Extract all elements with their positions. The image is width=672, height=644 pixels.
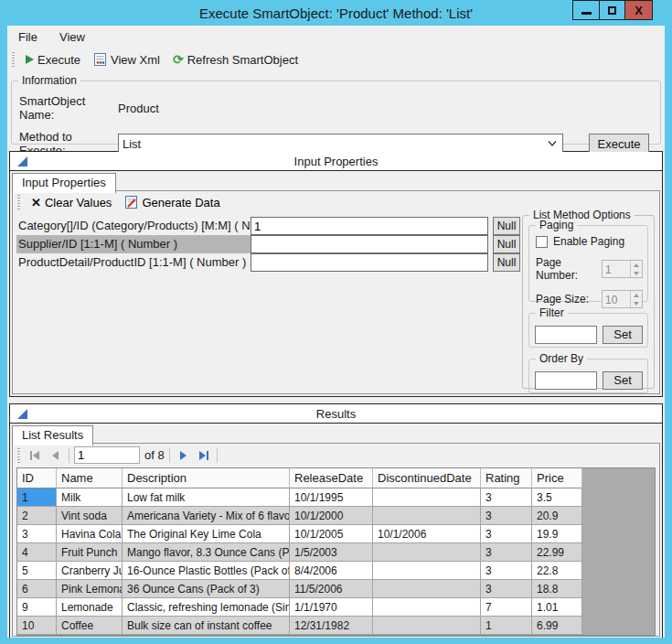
parameter-value-input[interactable] (251, 235, 488, 253)
column-header[interactable]: ID (17, 468, 57, 488)
grid-cell[interactable]: 10 (17, 617, 57, 635)
table-row[interactable]: 4Fruit PunchMango flavor, 8.3 Ounce Cans… (17, 543, 655, 562)
column-header[interactable]: ReleaseDate (290, 468, 373, 488)
parameter-label[interactable]: Supplier/ID [1:1-M] ( Number ) (16, 235, 251, 253)
column-header[interactable]: Description (123, 468, 290, 488)
grid-cell[interactable]: 22.8 (532, 562, 582, 580)
grid-cell[interactable]: Bulk size can of instant coffee (123, 617, 290, 635)
grid-cell[interactable]: 3 (481, 580, 532, 598)
table-row[interactable]: 6Pink Lemonade36 Ounce Cans (Pack of 3)1… (17, 580, 655, 598)
grid-cell[interactable]: 10/1/1995 (290, 488, 373, 507)
grid-cell[interactable]: Coffee (57, 617, 123, 635)
grid-cell[interactable] (373, 562, 481, 580)
minimize-button[interactable] (573, 1, 599, 19)
page-number-stepper[interactable]: 1 (602, 260, 643, 278)
table-row[interactable]: 10CoffeeBulk size can of instant coffee1… (17, 617, 655, 635)
grid-cell[interactable] (373, 488, 481, 507)
table-row[interactable]: 5Cranberry Juice16-Ounce Plastic Bottles… (17, 562, 655, 580)
menu-view[interactable]: View (59, 30, 85, 44)
grid-cell[interactable] (373, 598, 481, 617)
filter-set-button[interactable]: Set (603, 326, 643, 344)
grid-cell[interactable] (373, 507, 481, 525)
null-button[interactable]: Null (493, 217, 520, 235)
input-properties-section-header[interactable]: Input Properties (10, 152, 662, 171)
grid-cell[interactable]: Fruit Punch (57, 543, 123, 562)
grid-cell[interactable]: 5 (17, 562, 57, 580)
execute-method-button[interactable]: Execute (589, 134, 649, 154)
grid-cell[interactable] (373, 543, 481, 562)
method-select[interactable]: List (118, 134, 563, 154)
grid-cell[interactable]: Americana Variety - Mix of 6 flavors (123, 507, 290, 525)
menu-file[interactable]: File (18, 30, 37, 44)
spin-down-icon[interactable] (631, 299, 642, 307)
grid-cell[interactable]: 3 (481, 525, 532, 543)
grid-cell[interactable]: 36 Ounce Cans (Pack of 3) (123, 580, 290, 598)
grid-cell[interactable]: 4 (17, 543, 57, 562)
grid-cell[interactable]: 3 (481, 507, 532, 525)
grid-cell[interactable]: 7 (481, 598, 532, 617)
grid-cell[interactable]: Pink Lemonade (57, 580, 123, 598)
parameter-value-input[interactable] (251, 217, 488, 235)
null-button[interactable]: Null (493, 235, 520, 253)
column-header[interactable]: DiscontinuedDate (373, 468, 481, 488)
grid-cell[interactable]: 10/1/2005 (290, 525, 373, 543)
grid-cell[interactable]: Havina Cola (57, 525, 123, 543)
table-row[interactable]: 3Havina ColaThe Original Key Lime Cola10… (17, 525, 655, 543)
grid-cell[interactable]: 16-Ounce Plastic Bottles (Pack of 12) (123, 562, 290, 580)
tab-input-properties[interactable]: Input Properties (12, 173, 116, 193)
last-page-button[interactable] (196, 446, 212, 465)
parameter-value-input[interactable] (251, 253, 488, 272)
grid-cell[interactable]: 8/4/2006 (290, 562, 373, 580)
grid-cell[interactable]: 3 (481, 562, 532, 580)
first-page-button[interactable] (27, 446, 43, 465)
grid-cell[interactable]: Vint soda (57, 507, 123, 525)
grid-cell[interactable]: 2 (17, 507, 57, 525)
column-header[interactable]: Price (532, 468, 582, 488)
generate-data-button[interactable]: Generate Data (121, 193, 223, 211)
grid-cell[interactable]: 9 (17, 598, 57, 617)
tab-list-results[interactable]: List Results (12, 425, 93, 445)
null-button[interactable]: Null (493, 253, 520, 272)
grid-cell[interactable]: Cranberry Juice (57, 562, 123, 580)
previous-page-button[interactable] (48, 446, 64, 465)
order-by-input[interactable] (535, 371, 597, 390)
table-row[interactable]: 9LemonadeClassic, refreshing lemonade (S… (17, 598, 655, 617)
grid-cell[interactable]: 3 (17, 525, 57, 543)
grid-cell[interactable] (373, 580, 481, 598)
grid-cell[interactable]: 10/1/2000 (290, 507, 373, 525)
spin-up-icon[interactable] (631, 291, 642, 299)
enable-paging-checkbox[interactable] (536, 236, 548, 248)
table-row[interactable]: 1MilkLow fat milk10/1/199533.5 (17, 488, 655, 507)
grid-cell[interactable]: 6 (17, 580, 57, 598)
current-page-input[interactable] (74, 446, 140, 464)
table-row[interactable]: 2Vint sodaAmericana Variety - Mix of 6 f… (17, 507, 655, 525)
parameter-label[interactable]: ProductDetail/ProductID [1:1-M] ( Number… (16, 253, 251, 272)
column-header[interactable]: Rating (481, 468, 532, 488)
filter-input[interactable] (535, 326, 597, 344)
spin-up-icon[interactable] (631, 261, 642, 269)
clear-values-button[interactable]: ✕ Clear Values (27, 194, 115, 211)
grid-cell[interactable]: 1 (17, 488, 57, 507)
grid-cell[interactable]: Low fat milk (123, 488, 290, 507)
grid-cell[interactable]: 22.99 (532, 543, 582, 562)
grid-cell[interactable]: 10/1/2006 (373, 525, 481, 543)
grid-cell[interactable]: 1.01 (532, 598, 582, 617)
grid-cell[interactable]: 18.8 (532, 580, 582, 598)
grid-cell[interactable]: Classic, refreshing lemonade (Single bot… (123, 598, 290, 617)
page-size-stepper[interactable]: 10 (602, 290, 643, 308)
column-header[interactable]: Name (57, 468, 123, 488)
grid-cell[interactable] (373, 617, 481, 635)
grid-cell[interactable]: 20.9 (532, 507, 582, 525)
grid-cell[interactable]: Lemonade (57, 598, 123, 617)
results-section-header[interactable]: Results (10, 404, 662, 424)
grid-cell[interactable]: 3.5 (532, 488, 582, 507)
grid-cell[interactable]: Mango flavor, 8.3 Ounce Cans (Pack of 24… (123, 543, 290, 562)
grid-cell[interactable]: 1 (481, 617, 532, 635)
grid-cell[interactable]: 11/5/2006 (290, 580, 373, 598)
parameter-label[interactable]: Category[]/ID (Category/Products) [M:M] … (16, 217, 251, 235)
grid-cell[interactable]: 6.99 (532, 617, 582, 635)
view-xml-button[interactable]: View Xml (90, 50, 164, 69)
maximize-button[interactable] (599, 1, 624, 19)
execute-toolbar-button[interactable]: Execute (22, 51, 84, 69)
grid-cell[interactable]: 12/31/1982 (290, 617, 373, 635)
